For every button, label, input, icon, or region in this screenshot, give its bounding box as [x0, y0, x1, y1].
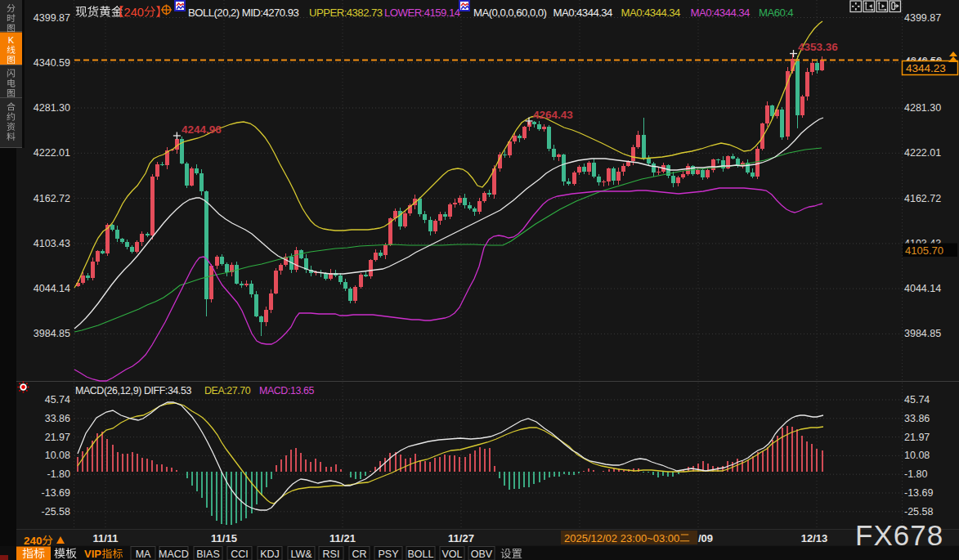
svg-text:-1.80: -1.80	[47, 468, 71, 480]
svg-text:4399.87: 4399.87	[904, 12, 941, 24]
svg-text:CCI: CCI	[231, 549, 249, 560]
svg-text:LOWER:4159.14: LOWER:4159.14	[384, 7, 460, 19]
svg-text:4105.70: 4105.70	[905, 244, 943, 257]
svg-text:CR: CR	[352, 549, 366, 560]
svg-text:MA0:4344.34: MA0:4344.34	[621, 7, 681, 19]
svg-text:10.08: 10.08	[904, 450, 930, 461]
svg-text:45.74: 45.74	[45, 394, 70, 405]
svg-text:BOLL: BOLL	[408, 549, 434, 560]
svg-text:11/27: 11/27	[448, 532, 474, 544]
svg-text:4103.43: 4103.43	[34, 238, 70, 249]
svg-text:12/13: 12/13	[801, 532, 828, 544]
svg-text:-1.80: -1.80	[904, 468, 928, 480]
svg-text:33.86: 33.86	[904, 413, 930, 424]
svg-text:21.97: 21.97	[45, 432, 70, 443]
svg-text:-25.58: -25.58	[904, 506, 933, 517]
svg-text:4162.72: 4162.72	[34, 193, 70, 204]
svg-text:-13.69: -13.69	[42, 487, 70, 499]
svg-text:3984.85: 3984.85	[904, 328, 941, 339]
svg-text:MA0:4344.34: MA0:4344.34	[691, 7, 751, 19]
svg-text:UPPER:4382.73: UPPER:4382.73	[309, 7, 383, 19]
svg-text:4044.14: 4044.14	[904, 283, 941, 294]
svg-text:240: 240	[24, 535, 43, 547]
svg-text:K: K	[8, 35, 15, 45]
svg-text:/09: /09	[698, 532, 713, 544]
svg-text:33.86: 33.86	[45, 413, 70, 424]
svg-text:4222.01: 4222.01	[34, 147, 70, 159]
svg-text:4353.36: 4353.36	[798, 41, 838, 53]
svg-text:4162.72: 4162.72	[904, 193, 941, 204]
svg-text:VOL: VOL	[441, 549, 462, 560]
svg-text:PSY: PSY	[378, 549, 399, 560]
svg-text:-13.69: -13.69	[904, 487, 933, 499]
svg-text:-25.58: -25.58	[42, 506, 70, 517]
svg-text:3984.85: 3984.85	[34, 328, 70, 339]
svg-text:MA60:4: MA60:4	[759, 7, 793, 19]
svg-text:240: 240	[124, 6, 144, 19]
svg-text:MACD(26,12,9) DIFF:34.53: MACD(26,12,9) DIFF:34.53	[75, 385, 191, 396]
svg-text:DEA:27.70: DEA:27.70	[204, 385, 251, 396]
svg-text:OBV: OBV	[471, 549, 493, 560]
svg-text:MACD: MACD	[159, 549, 189, 560]
svg-text:11/11: 11/11	[92, 532, 118, 544]
svg-text:4344.23: 4344.23	[906, 62, 946, 74]
svg-text:RSI: RSI	[323, 549, 340, 560]
svg-text:4399.87: 4399.87	[34, 12, 70, 24]
svg-text:BIAS: BIAS	[196, 549, 220, 560]
svg-text:2025/12/02 23:00~03:00: 2025/12/02 23:00~03:00	[564, 532, 679, 544]
svg-text:10.08: 10.08	[45, 450, 70, 461]
svg-text:45.74: 45.74	[904, 394, 930, 405]
svg-text:11/15: 11/15	[211, 532, 237, 544]
svg-text:BOLL(20,2) MID:4270.93: BOLL(20,2) MID:4270.93	[188, 7, 298, 19]
svg-text:MA0:4344.34: MA0:4344.34	[553, 7, 613, 19]
svg-text:MA: MA	[136, 549, 151, 560]
svg-text:4244.96: 4244.96	[181, 123, 222, 136]
svg-text:MACD:13.65: MACD:13.65	[259, 385, 314, 396]
svg-text:MA(0,0,0,60,0,0): MA(0,0,0,60,0,0)	[473, 7, 547, 19]
svg-text:4044.14: 4044.14	[34, 283, 70, 294]
svg-text:21.97: 21.97	[904, 432, 930, 443]
svg-text:4281.30: 4281.30	[34, 102, 70, 114]
svg-text:4340.59: 4340.59	[34, 57, 70, 69]
svg-text:4222.01: 4222.01	[904, 147, 941, 159]
svg-text:LW&: LW&	[290, 549, 312, 560]
svg-text:4281.30: 4281.30	[904, 102, 941, 114]
svg-text:VIP: VIP	[84, 548, 101, 560]
svg-text:11/21: 11/21	[329, 532, 356, 544]
svg-text:KDJ: KDJ	[260, 549, 280, 560]
svg-text:4264.43: 4264.43	[533, 109, 573, 121]
